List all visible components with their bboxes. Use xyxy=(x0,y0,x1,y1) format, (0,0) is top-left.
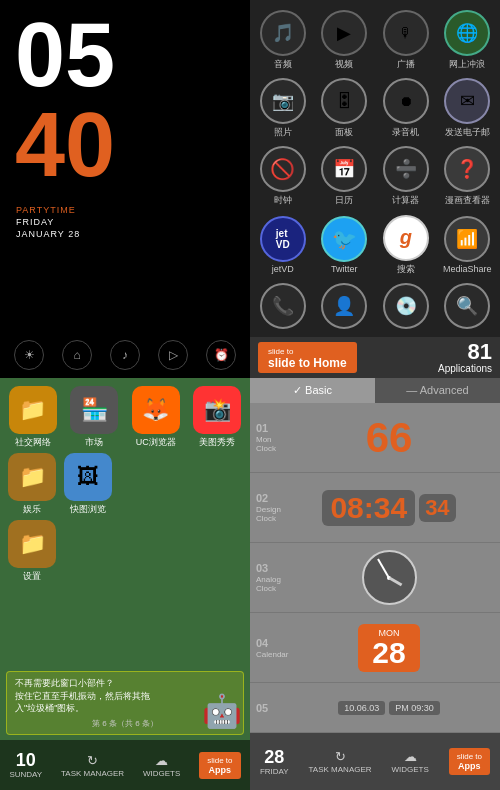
q2-footer: slide to slide to Home 81 Applications xyxy=(250,337,500,378)
android-icon: 🤖 xyxy=(202,692,242,730)
nav-brightness[interactable]: ☀ xyxy=(14,340,44,370)
footer-apps-button[interactable]: slide to Apps xyxy=(199,752,240,779)
clock-weekday: FRIDAY xyxy=(16,217,234,227)
launcher-social[interactable]: 📁 社交网络 xyxy=(4,386,62,449)
app-clock[interactable]: 🚫 时钟 xyxy=(254,145,312,209)
q4-footer: 28 FRIDAY ↻ TASK MANAGER ☁ WIDGETS slide… xyxy=(250,733,500,790)
launcher-market[interactable]: 🏪 市场 xyxy=(66,386,124,449)
q4-apps-button[interactable]: slide to Apps xyxy=(449,748,490,775)
app-recorder[interactable]: ⏺ 录音机 xyxy=(377,76,435,140)
q4-footer-task[interactable]: ↻ TASK MANAGER xyxy=(309,749,372,774)
main-screen: 05 40 PARTYTIME FRIDAY JANUARY 28 ☀ ⌂ ♪ … xyxy=(0,0,500,790)
app-find[interactable]: 🔍 xyxy=(439,282,497,333)
minute-hand xyxy=(377,558,390,578)
app-twitter[interactable]: 🐦 Twitter xyxy=(316,213,374,277)
launcher-row3: 📁 设置 xyxy=(0,516,250,583)
widget-row-01[interactable]: 01 Mon Clock 66 xyxy=(250,403,500,473)
clock-party: PARTYTIME xyxy=(16,205,234,215)
home-button[interactable]: slide to slide to Home xyxy=(258,342,357,373)
app-jetvd[interactable]: jetVD jetVD xyxy=(254,213,312,277)
app-audio[interactable]: 🎵 音频 xyxy=(254,8,312,72)
app-manga[interactable]: ❓ 漫画查看器 xyxy=(439,145,497,209)
app-email[interactable]: ✉ 发送电子邮 xyxy=(439,76,497,140)
widget-row-02[interactable]: 02 Design Clock 08:34 34 xyxy=(250,473,500,543)
widget-list: 01 Mon Clock 66 02 Design Clock 08:34 xyxy=(250,403,500,733)
app-media-share[interactable]: 📶 MediaShare xyxy=(439,213,497,277)
launcher-kuaitu[interactable]: 🖼 快图浏览 xyxy=(64,453,112,516)
launcher-uc[interactable]: 🦊 UC浏览器 xyxy=(127,386,185,449)
app-count: 81 Applications xyxy=(438,341,492,374)
launcher-ent[interactable]: 📁 娱乐 xyxy=(8,453,56,516)
footer-day-num: 10 SUNDAY xyxy=(9,751,42,779)
app-radio[interactable]: 🎙 广播 xyxy=(377,8,435,72)
app-web[interactable]: 🌐 网上冲浪 xyxy=(439,8,497,72)
app-contacts[interactable]: 👤 xyxy=(316,282,374,333)
app-phone[interactable]: 📞 xyxy=(254,282,312,333)
footer-widgets[interactable]: ☁ WIDGETS xyxy=(143,753,180,778)
launcher-row1: 📁 社交网络 🏪 市场 🦊 UC浏览器 📸 美图秀秀 xyxy=(0,378,250,449)
clock-quadrant: 05 40 PARTYTIME FRIDAY JANUARY 28 ☀ ⌂ ♪ … xyxy=(0,0,250,378)
tab-advanced[interactable]: — Advanced xyxy=(375,378,500,403)
app-calc[interactable]: ➗ 计算器 xyxy=(377,145,435,209)
clock-hour: 05 xyxy=(15,10,235,100)
launcher-footer: 10 SUNDAY ↻ TASK MANAGER ☁ WIDGETS slide… xyxy=(0,740,250,790)
app-photo[interactable]: 📷 照片 xyxy=(254,76,312,140)
footer-task-manager[interactable]: ↻ TASK MANAGER xyxy=(61,753,124,778)
widget-row-04[interactable]: 04 Calendar MON 28 xyxy=(250,613,500,683)
app-grid-quadrant: 🎵 音频 ▶ 视频 🎙 广播 🌐 网上冲浪 📷 照片 🎛 面板 xyxy=(250,0,500,378)
q4-footer-day-num: 28 FRIDAY xyxy=(260,748,289,776)
launcher-meitou[interactable]: 📸 美图秀秀 xyxy=(189,386,247,449)
nav-alarm[interactable]: ⏰ xyxy=(206,340,236,370)
q4-footer-widgets[interactable]: ☁ WIDGETS xyxy=(391,749,428,774)
nav-music[interactable]: ♪ xyxy=(110,340,140,370)
clock-display: 05 40 xyxy=(0,0,250,200)
widget-chooser-quadrant: ✓ Basic — Advanced 01 Mon Clock 66 02 De… xyxy=(250,378,500,790)
clock-date: JANUARY 28 xyxy=(16,229,234,239)
clock-minute: 40 xyxy=(15,100,235,190)
launcher-row2: 📁 娱乐 🖼 快图浏览 xyxy=(0,449,250,516)
app-search[interactable]: g 搜索 xyxy=(377,213,435,277)
app-grid: 🎵 音频 ▶ 视频 🎙 广播 🌐 网上冲浪 📷 照片 🎛 面板 xyxy=(250,0,500,337)
tab-basic[interactable]: ✓ Basic xyxy=(250,378,375,403)
app-calendar[interactable]: 📅 日历 xyxy=(316,145,374,209)
widget-row-03[interactable]: 03 Analog Clock xyxy=(250,543,500,613)
bottom-nav: ☀ ⌂ ♪ ▷ ⏰ xyxy=(0,332,250,378)
hour-hand xyxy=(388,576,402,586)
widget-row-05[interactable]: 05 10.06.03 PM 09:30 xyxy=(250,683,500,733)
nav-play[interactable]: ▷ xyxy=(158,340,188,370)
app-video[interactable]: ▶ 视频 xyxy=(316,8,374,72)
clock-info: PARTYTIME FRIDAY JANUARY 28 xyxy=(0,200,250,244)
widget-tabs: ✓ Basic — Advanced xyxy=(250,378,500,403)
launcher-quadrant: 📁 社交网络 🏪 市场 🦊 UC浏览器 📸 美图秀秀 📁 娱乐 🖼 xyxy=(0,378,250,790)
launcher-settings[interactable]: 📁 设置 xyxy=(8,520,56,583)
nav-home[interactable]: ⌂ xyxy=(62,340,92,370)
app-panel[interactable]: 🎛 面板 xyxy=(316,76,374,140)
app-disc[interactable]: 💿 xyxy=(377,282,435,333)
